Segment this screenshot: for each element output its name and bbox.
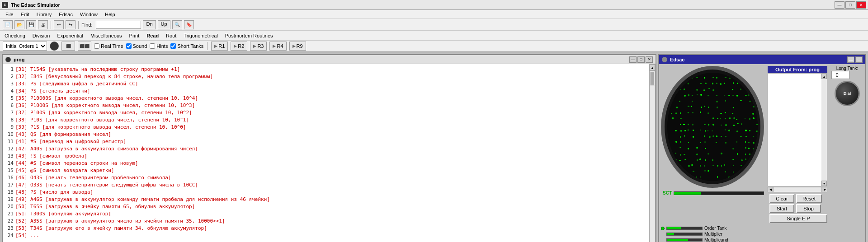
scroll-thumb[interactable] bbox=[651, 72, 654, 85]
stop-button[interactable]: Stop bbox=[796, 204, 821, 213]
single-ep-button[interactable]: Single E.P bbox=[769, 214, 827, 223]
initial-orders-dropdown[interactable]: Initial Orders 1 Initial Orders 2 bbox=[3, 42, 47, 51]
crt-dot bbox=[716, 142, 717, 143]
r4-button[interactable]: ▶ R4 bbox=[269, 42, 286, 51]
up-button[interactable]: Up bbox=[158, 20, 170, 29]
crt-dot bbox=[692, 95, 693, 96]
menu-edit[interactable]: Edit bbox=[17, 11, 33, 18]
output-scroll-right[interactable]: ▶ bbox=[822, 187, 827, 192]
r9-button[interactable]: ▶ R9 bbox=[289, 42, 306, 51]
crt-dot bbox=[733, 107, 734, 108]
crt-dot bbox=[705, 130, 706, 132]
dial[interactable]: Dial bbox=[835, 81, 860, 106]
line-code: [35] P10000S [для корректного вывода чис… bbox=[15, 95, 198, 102]
tab-checking[interactable]: Checking bbox=[3, 33, 27, 39]
r2-button[interactable]: ▶ R2 bbox=[231, 42, 247, 51]
title-bar: E The Edsac Simulator — □ ✕ bbox=[0, 0, 868, 10]
output-header: Output From: prog bbox=[768, 66, 827, 73]
bookmark-btn[interactable]: 🔖 bbox=[184, 20, 194, 29]
maximize-button[interactable]: □ bbox=[845, 1, 855, 9]
tab-print[interactable]: Print bbox=[127, 33, 142, 39]
reset-button[interactable]: Reset bbox=[796, 194, 822, 203]
crt-dot bbox=[712, 77, 714, 78]
crt-dot bbox=[684, 95, 686, 97]
tab-division[interactable]: Division bbox=[31, 33, 52, 39]
tab-postmortem[interactable]: Postmortem Routines bbox=[223, 33, 275, 39]
crt-dot bbox=[745, 165, 746, 167]
undo-button[interactable]: ↩ bbox=[54, 20, 64, 29]
minimize-button[interactable]: — bbox=[835, 1, 844, 9]
crt-dot bbox=[697, 94, 698, 95]
hints-checkbox[interactable] bbox=[150, 43, 155, 49]
crt-dot bbox=[712, 124, 714, 126]
dn-button[interactable]: Dn bbox=[143, 20, 156, 29]
print-button[interactable]: 🖨 bbox=[38, 20, 48, 29]
editor-maximize[interactable]: □ bbox=[637, 56, 645, 63]
crt-dot bbox=[679, 160, 681, 161]
line-number: 3 bbox=[5, 80, 14, 88]
menu-help[interactable]: Help bbox=[101, 11, 119, 18]
mode-btn2[interactable]: ⬛⬛ bbox=[78, 42, 91, 51]
editor-scrollbar[interactable]: ▲ ▼ bbox=[649, 64, 656, 242]
output-scroll-down[interactable]: ▼ bbox=[821, 181, 827, 186]
line-number: 16 bbox=[5, 174, 14, 182]
editor-close[interactable]: ✕ bbox=[646, 56, 653, 63]
edsac-body: SCT Output From: prog ▲ ▼ bbox=[659, 64, 865, 225]
app-title: The Edsac Simulator bbox=[11, 2, 835, 8]
mode-btn1[interactable]: ⬛ bbox=[61, 42, 75, 51]
crt-dot bbox=[692, 124, 693, 126]
realtime-checkbox[interactable] bbox=[94, 43, 99, 49]
crt-dot bbox=[740, 136, 742, 137]
crt-dot bbox=[736, 177, 738, 178]
table-row: 7[37] P100S [для корректного вывода чисе… bbox=[5, 109, 647, 116]
start-button[interactable]: Start bbox=[769, 204, 794, 213]
sound-label: Sound bbox=[133, 43, 147, 49]
close-button[interactable]: ✕ bbox=[856, 1, 866, 9]
line-code: [33] PS [следующая цифра в десятичной СС… bbox=[15, 80, 138, 88]
tab-miscellaneous[interactable]: Miscellaneous bbox=[89, 33, 124, 39]
crt-dot bbox=[732, 89, 733, 90]
tab-read[interactable]: Read bbox=[145, 33, 160, 39]
edsac-maximize[interactable]: □ bbox=[855, 56, 863, 63]
output-content[interactable] bbox=[768, 74, 821, 186]
shorttanks-checkbox[interactable] bbox=[170, 43, 176, 49]
editor-minimize[interactable]: — bbox=[629, 56, 637, 63]
run-mode-toggle[interactable] bbox=[50, 42, 59, 51]
edsac-minimize[interactable]: — bbox=[847, 56, 854, 63]
new-button[interactable]: 📄 bbox=[3, 20, 13, 29]
redo-button[interactable]: ↪ bbox=[66, 20, 75, 29]
crt-screen bbox=[661, 66, 764, 188]
table-row: 6[36] P1000S [для корректного вывода чис… bbox=[5, 102, 647, 109]
menu-edsac[interactable]: Edsac bbox=[55, 11, 76, 18]
find-input[interactable] bbox=[96, 21, 141, 29]
open-button[interactable]: 📂 bbox=[14, 20, 24, 29]
line-code: [39] P1S [для корректного вывода чисел, … bbox=[15, 124, 186, 131]
output-scroll-up[interactable]: ▲ bbox=[821, 74, 827, 79]
editor-content[interactable]: 1[31] T154S [указатель на последнюю стро… bbox=[3, 64, 649, 242]
crt-dot bbox=[745, 141, 746, 143]
scroll-up-arrow[interactable]: ▲ bbox=[650, 65, 655, 71]
tab-root[interactable]: Root bbox=[164, 33, 178, 39]
menu-library[interactable]: Library bbox=[33, 11, 56, 18]
menu-file[interactable]: File bbox=[2, 11, 17, 18]
clear-button[interactable]: Clear bbox=[769, 194, 794, 203]
r1-button[interactable]: ▶ R1 bbox=[211, 42, 228, 51]
crt-dot bbox=[679, 101, 680, 102]
crt-dot bbox=[676, 166, 677, 167]
search-icon-btn[interactable]: 🔍 bbox=[172, 20, 182, 29]
crt-dot bbox=[700, 94, 702, 96]
tab-exponential[interactable]: Exponential bbox=[55, 33, 85, 39]
crt-dot bbox=[692, 77, 693, 79]
output-scroll-left[interactable]: ◀ bbox=[768, 187, 773, 192]
long-tank-input[interactable] bbox=[831, 71, 849, 79]
r3-button[interactable]: ▶ R3 bbox=[250, 42, 267, 51]
line-code: [34] PS [степень десятки] bbox=[15, 88, 90, 95]
crt-dot bbox=[700, 130, 701, 130]
bottom-indicators: Order Tank Multiplier Multiplicand Acc bbox=[659, 225, 865, 242]
sound-checkbox[interactable] bbox=[126, 43, 132, 49]
menu-window[interactable]: Window bbox=[76, 11, 101, 18]
line-code: [32] E84S [безусловный переход к 84 стро… bbox=[15, 73, 213, 80]
save-button[interactable]: 💾 bbox=[26, 20, 36, 29]
tab-trigonometrical[interactable]: Trigonometrical bbox=[182, 33, 219, 39]
crt-dot bbox=[757, 136, 758, 137]
